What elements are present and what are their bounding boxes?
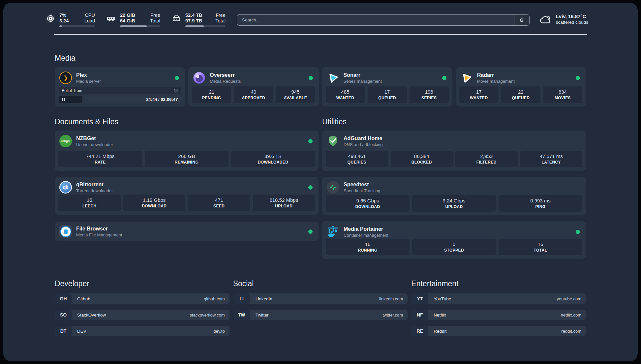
link-name: Netflix — [434, 313, 446, 318]
overseerr-card[interactable]: Overseerr Media Requests 21PENDING 40APP… — [188, 67, 319, 106]
portainer-icon — [327, 226, 339, 238]
link-stackoverflow[interactable]: SO StackOverflow stackoverflow.com — [55, 310, 229, 320]
status-dot — [309, 76, 313, 80]
stat-latency: 47.571 msLATENCY — [520, 151, 583, 167]
link-github[interactable]: GH Github github.com — [55, 293, 229, 304]
qbittorrent-card[interactable]: qb qBittorrent Torrent downloader 16LEEC… — [55, 177, 319, 215]
link-linkedin[interactable]: LI LinkedIn linkedin.com — [233, 293, 408, 304]
portainer-card[interactable]: Media Portainer Container management 16R… — [322, 221, 586, 259]
app-subtitle: DNS and adblocking — [344, 142, 383, 147]
cloud-icon — [539, 14, 551, 25]
nzbget-card[interactable]: nzbget NZBGet Usenet downloader 744.21 M… — [55, 131, 319, 171]
playback-progress-bar: 24:44 / 02:06:47 — [59, 96, 181, 103]
disk-progress-bar — [185, 25, 226, 27]
link-prefix: RE — [411, 326, 428, 336]
disk-icon — [171, 14, 181, 23]
top-bar: 7%CPU 3.24Load 22 GiBFree 64 GiBTotal — [3, 3, 638, 27]
section-title-social: Social — [233, 279, 408, 288]
search-engine-button[interactable]: G — [514, 15, 529, 25]
status-dot — [442, 76, 446, 80]
stat-upload: 618.52 MbpsUPLOAD — [253, 195, 315, 211]
nzbget-icon: nzbget — [59, 135, 72, 147]
adguard-icon — [327, 135, 339, 147]
link-name: DEV — [77, 329, 86, 334]
app-subtitle: Torrent downloader — [76, 188, 113, 194]
link-name: Twitter — [256, 313, 269, 318]
now-playing-title: Bullet Train — [62, 88, 82, 93]
link-prefix: NF — [411, 310, 428, 320]
status-dot — [308, 229, 313, 234]
link-prefix: LI — [233, 293, 250, 304]
header-divider — [54, 34, 587, 35]
link-prefix: GH — [55, 293, 72, 304]
section-title-media: Media — [55, 54, 586, 63]
weather-widget: Lviv, 16.87°C scattered clouds — [539, 13, 588, 25]
link-reddit[interactable]: RE Reddit reddit.com — [411, 326, 586, 336]
link-name: Reddit — [434, 329, 446, 334]
section-title-utilities: Utilities — [322, 117, 586, 126]
stat-queued: 17QUEUED — [368, 86, 407, 103]
ram-icon — [106, 14, 116, 23]
link-netflix[interactable]: NF Netflix netflix.com — [411, 310, 586, 320]
search-bar[interactable]: G — [237, 14, 530, 26]
link-url: reddit.com — [561, 329, 586, 334]
ram-progress-bar — [120, 25, 160, 27]
status-dot — [175, 76, 179, 80]
link-youtube[interactable]: YT YouTube youtube.com — [411, 293, 586, 304]
stat-wanted: 485WANTED — [326, 86, 365, 103]
search-input[interactable] — [237, 15, 514, 25]
adguard-card[interactable]: AdGuard Home DNS and adblocking 498,461Q… — [322, 131, 586, 171]
cpu-stat: 7%CPU 3.24Load — [46, 13, 95, 27]
sonarr-card[interactable]: Sonarr Series management 485WANTED 17QUE… — [322, 67, 452, 106]
playback-time: 24:44 / 02:06:47 — [146, 96, 178, 103]
plex-card[interactable]: ❯ Plex Media server Bullet Train — [55, 67, 185, 106]
load-label: Load — [84, 18, 95, 24]
app-subtitle: Movie management — [477, 78, 515, 84]
link-twitter[interactable]: TW Twitter twitter.com — [233, 310, 408, 320]
link-name: YouTube — [434, 296, 451, 301]
stat-available: 945AVAILABLE — [276, 86, 315, 103]
dashboard-panel: 7%CPU 3.24Load 22 GiBFree 64 GiBTotal — [3, 3, 638, 361]
stat-seed: 471SEED — [188, 195, 250, 211]
stat-queued: 22QUEUED — [501, 86, 540, 103]
link-prefix: TW — [233, 310, 250, 320]
stat-blocked: 86,384BLOCKED — [391, 151, 453, 167]
disk-total-label: Total — [215, 18, 226, 24]
cpu-usage-value: 7% — [59, 13, 66, 18]
speedtest-card[interactable]: Speedtest Speedtest Tracking 9.65 GbpsDO… — [322, 177, 586, 215]
app-subtitle: Usenet downloader — [76, 142, 113, 147]
app-name: AdGuard Home — [344, 135, 383, 142]
session-device-icon — [173, 88, 178, 93]
cpu-progress-bar — [59, 25, 95, 27]
filebrowser-icon — [59, 225, 72, 238]
stat-rate: 744.21 MbpsRATE — [58, 151, 142, 167]
stat-series: 196SERIES — [410, 86, 449, 103]
link-url: youtube.com — [557, 296, 586, 301]
social-column: Social LI LinkedIn linkedin.com TW Twitt… — [233, 279, 408, 342]
disk-free-label: Free — [216, 13, 226, 18]
ram-total-value: 64 GiB — [120, 18, 135, 24]
app-name: Speedtest — [344, 181, 380, 188]
disk-free-value: 52.4 TB — [185, 13, 202, 18]
link-dev[interactable]: DT DEV dev.to — [55, 326, 229, 336]
radarr-card[interactable]: Radarr Movie management 17WANTED 22QUEUE… — [456, 67, 586, 106]
documents-column: Documents & Files nzbget NZBGet Usenet d… — [55, 117, 319, 259]
stat-downloaded: 39.6 TBDOWNLOADED — [231, 151, 315, 167]
stat-leech: 16LEECH — [58, 195, 121, 211]
cpu-label: CPU — [85, 13, 95, 18]
app-subtitle: Media server — [76, 78, 101, 84]
stat-remaining: 266 GBREMAINING — [145, 151, 229, 167]
section-title-developer: Developer — [55, 279, 229, 288]
status-dot — [308, 185, 313, 190]
link-url: linkedin.com — [379, 296, 408, 301]
filebrowser-card[interactable]: File Browser Media File Management — [55, 222, 319, 241]
overseerr-icon — [193, 72, 205, 84]
entertainment-column: Entertainment YT YouTube youtube.com NF … — [411, 279, 586, 342]
link-url: stackoverflow.com — [190, 313, 229, 318]
disk-total-value: 97.9 TB — [185, 18, 202, 24]
app-subtitle: Speedtest Tracking — [344, 188, 380, 194]
system-stats: 7%CPU 3.24Load 22 GiBFree 64 GiBTotal — [46, 13, 226, 27]
app-name: Plex — [76, 72, 101, 78]
developer-column: Developer GH Github github.com SO StackO… — [55, 279, 229, 342]
utilities-column: Utilities AdGuard Home DNS and adblockin… — [322, 117, 586, 259]
